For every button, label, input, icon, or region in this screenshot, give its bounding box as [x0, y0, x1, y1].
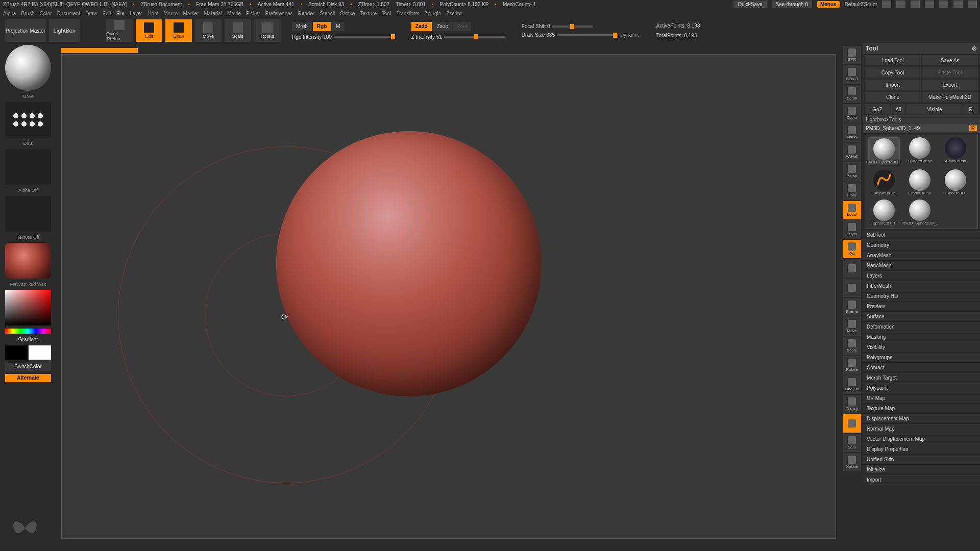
menu-material[interactable]: Material	[204, 11, 223, 16]
move-button[interactable]: Move	[195, 19, 222, 42]
menu-stencil[interactable]: Stencil	[320, 11, 335, 16]
accordion-layers[interactable]: Layers	[863, 271, 980, 281]
menu-draw[interactable]: Draw	[85, 11, 97, 16]
z-intensity-slider[interactable]	[444, 36, 505, 38]
accordion-surface[interactable]: Surface	[863, 312, 980, 322]
rotate-button[interactable]: Rotate	[254, 19, 281, 42]
edit-button[interactable]: Edit	[136, 19, 162, 42]
shelf-bpr[interactable]: BPR	[843, 46, 861, 64]
accordion-polypaint[interactable]: Polypaint	[863, 383, 980, 393]
scale-button[interactable]: Scale	[225, 19, 251, 42]
quicksketch-button[interactable]: Quick Sketch	[106, 19, 133, 42]
menu-picker[interactable]: Picker	[246, 11, 260, 16]
shelf-scale[interactable]: Scale	[843, 337, 861, 355]
shelf-scroll[interactable]: Scroll	[843, 85, 861, 103]
texture-thumbnail[interactable]	[5, 196, 51, 232]
menu-alpha[interactable]: Alpha	[3, 11, 16, 16]
accordion-morph-target[interactable]: Morph Target	[863, 373, 980, 383]
menu-zscript[interactable]: Zscript	[446, 11, 461, 16]
goz-all-button[interactable]: All	[891, 104, 905, 114]
tool-thumb-alphabrush[interactable]: AlphaBrush	[940, 137, 971, 165]
menu-stroke[interactable]: Stroke	[340, 11, 355, 16]
draw-size-label[interactable]: Draw Size 685	[522, 32, 555, 38]
accordion-preview[interactable]: Preview	[863, 302, 980, 312]
tool-r-badge[interactable]: R	[969, 126, 977, 131]
menu-render[interactable]: Render	[298, 11, 315, 16]
shelf-persp[interactable]: Persp	[843, 162, 861, 181]
switch-color-button[interactable]: SwitchColor	[5, 363, 51, 371]
menu-zplugin[interactable]: Zplugin	[425, 11, 442, 16]
shelf-xyz[interactable]: Xyz	[843, 240, 861, 258]
shelf-actual[interactable]: Actual	[843, 123, 861, 142]
tool-thumb-eraserbrush[interactable]: EraserBrush	[904, 169, 936, 195]
make-polymesh-button[interactable]: Make PolyMesh3D	[922, 92, 978, 102]
shelf-frame[interactable]: Frame	[843, 298, 861, 316]
draw-size-slider[interactable]	[557, 34, 618, 36]
menu-marker[interactable]: Marker	[183, 11, 199, 16]
shelf-move[interactable]: Move	[843, 317, 861, 336]
focal-shift-slider[interactable]	[552, 26, 593, 28]
tool-panel-header[interactable]: Tool⊗	[863, 43, 980, 54]
zsub-button[interactable]: Zsub	[433, 22, 452, 31]
zadd-button[interactable]: Zadd	[411, 22, 432, 31]
tool-thumb-sphere3d_1[interactable]: Sphere3D_1	[868, 199, 900, 226]
menu-macro[interactable]: Macro	[164, 11, 178, 16]
secondary-color-swatch[interactable]	[5, 345, 28, 360]
menu-movie[interactable]: Movie	[227, 11, 241, 16]
primary-color-swatch[interactable]	[29, 345, 51, 360]
goz-visible-button[interactable]: Visible	[906, 104, 963, 114]
accordion-uv-map[interactable]: UV Map	[863, 393, 980, 404]
accordion-subtool[interactable]: SubTool	[863, 230, 980, 240]
shelf-zoom[interactable]: Zoom	[843, 104, 861, 122]
window-icon[interactable]	[925, 1, 934, 8]
save-as-button[interactable]: Save As	[922, 55, 978, 65]
accordion-unified-skin[interactable]: Unified Skin	[863, 455, 980, 465]
quicksave-button[interactable]: QuickSave	[733, 1, 766, 8]
viewport[interactable]: ⟳	[61, 54, 836, 539]
accordion-vector-displacement-map[interactable]: Vector Displacement Map	[863, 434, 980, 444]
stroke-thumbnail[interactable]	[5, 102, 51, 138]
window-icon[interactable]	[896, 1, 905, 8]
panel-pin-icon[interactable]: ⊗	[972, 45, 977, 52]
import-button[interactable]: Import	[865, 80, 921, 90]
shelf-solo[interactable]: Solo	[843, 434, 861, 452]
shelf-floor[interactable]: Floor	[843, 182, 861, 200]
dynamic-label[interactable]: Dynamic	[620, 32, 640, 38]
draw-button[interactable]: Draw	[165, 19, 192, 42]
export-button[interactable]: Export	[922, 80, 978, 90]
tool-name-field[interactable]: PM3D_Sphere3D_1. 49R	[863, 124, 980, 133]
rgb-intensity-label[interactable]: Rgb Intensity 100	[292, 34, 332, 40]
tool-thumb-sphere3d[interactable]: Sphere3D	[940, 169, 971, 195]
menu-layer[interactable]: Layer	[130, 11, 142, 16]
menus-toggle[interactable]: Menus	[817, 1, 840, 8]
shelf-button[interactable]	[843, 259, 861, 278]
shelf-spix-3[interactable]: SPix 3	[843, 65, 861, 84]
alternate-button[interactable]: Alternate	[5, 374, 51, 382]
accordion-geometry[interactable]: Geometry	[863, 240, 980, 251]
focal-shift-label[interactable]: Focal Shift 0	[522, 23, 550, 29]
alpha-thumbnail[interactable]	[5, 149, 51, 185]
accordion-visibility[interactable]: Visibility	[863, 342, 980, 353]
accordion-fibermesh[interactable]: FiberMesh	[863, 281, 980, 291]
m-button[interactable]: M	[332, 22, 344, 31]
menu-file[interactable]: File	[116, 11, 125, 16]
z-intensity-label[interactable]: Z Intensity 51	[411, 34, 442, 40]
sphere-mesh[interactable]	[276, 131, 542, 396]
menu-light[interactable]: Light	[148, 11, 159, 16]
accordion-deformation[interactable]: Deformation	[863, 322, 980, 332]
shelf-rotate[interactable]: Rotate	[843, 356, 861, 374]
accordion-nanomesh[interactable]: NanoMesh	[863, 261, 980, 271]
paste-tool-button[interactable]: Paste Tool	[922, 67, 978, 78]
lightbox-tools-button[interactable]: Lightbox> Tools	[863, 115, 980, 124]
shelf-line-fill[interactable]: Line Fill	[843, 375, 861, 394]
load-tool-button[interactable]: Load Tool	[865, 55, 921, 65]
clone-button[interactable]: Clone	[865, 92, 921, 102]
accordion-masking[interactable]: Masking	[863, 332, 980, 342]
accordion-displacement-map[interactable]: Displacement Map	[863, 414, 980, 424]
brush-thumbnail[interactable]	[5, 45, 51, 91]
accordion-contact[interactable]: Contact	[863, 363, 980, 373]
shelf-xpose[interactable]: Xpose	[843, 453, 861, 471]
hue-strip[interactable]	[5, 329, 51, 334]
shelf-button[interactable]	[843, 414, 861, 433]
canvas-scroll-strip[interactable]	[61, 48, 138, 53]
